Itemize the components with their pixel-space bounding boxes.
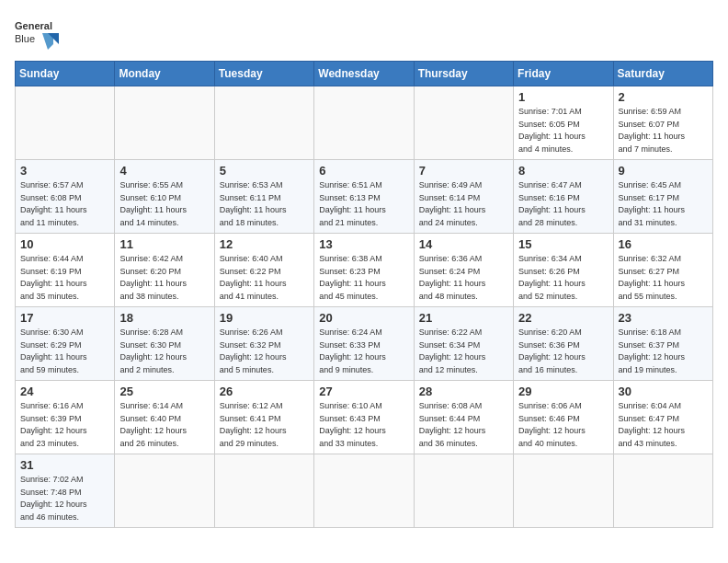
calendar-cell: 4Sunrise: 6:55 AM Sunset: 6:10 PM Daylig… [115,160,214,234]
day-number: 11 [119,237,209,251]
day-info: Sunrise: 6:38 AM Sunset: 6:23 PM Dayligh… [319,253,408,303]
day-number: 30 [619,385,708,398]
svg-text:General: General [15,20,52,31]
day-info: Sunrise: 7:01 AM Sunset: 6:05 PM Dayligh… [518,106,608,155]
day-info: Sunrise: 6:14 AM Sunset: 6:40 PM Dayligh… [119,400,209,450]
day-info: Sunrise: 6:45 AM Sunset: 6:17 PM Dayligh… [619,179,708,229]
day-number: 26 [220,385,309,398]
day-number: 19 [220,311,309,325]
day-info: Sunrise: 6:16 AM Sunset: 6:39 PM Dayligh… [20,400,109,450]
day-number: 5 [220,164,309,178]
calendar-cell: 21Sunrise: 6:22 AM Sunset: 6:34 PM Dayli… [414,307,513,381]
calendar-cell [414,86,513,160]
day-number: 6 [319,164,408,178]
weekday-header-thursday: Thursday [414,62,513,86]
calendar-cell [214,86,313,160]
day-number: 17 [20,311,109,325]
calendar-cell: 14Sunrise: 6:36 AM Sunset: 6:24 PM Dayli… [414,234,513,307]
day-info: Sunrise: 6:22 AM Sunset: 6:34 PM Dayligh… [419,327,508,376]
day-info: Sunrise: 6:40 AM Sunset: 6:22 PM Dayligh… [220,253,309,303]
day-info: Sunrise: 6:42 AM Sunset: 6:20 PM Dayligh… [119,253,209,303]
day-info: Sunrise: 6:08 AM Sunset: 6:44 PM Dayligh… [419,400,508,450]
day-number: 8 [518,164,608,178]
logo: General Blue [15,15,61,52]
day-number: 31 [20,458,109,472]
day-info: Sunrise: 6:59 AM Sunset: 6:07 PM Dayligh… [619,106,708,155]
calendar-cell [414,454,513,528]
calendar-cell: 5Sunrise: 6:53 AM Sunset: 6:11 PM Daylig… [214,160,313,234]
day-number: 13 [319,237,408,251]
day-number: 27 [319,385,408,398]
day-number: 1 [518,90,608,104]
day-info: Sunrise: 6:44 AM Sunset: 6:19 PM Dayligh… [20,253,109,303]
calendar-cell: 17Sunrise: 6:30 AM Sunset: 6:29 PM Dayli… [16,307,115,381]
day-number: 24 [20,385,109,398]
calendar-cell: 2Sunrise: 6:59 AM Sunset: 6:07 PM Daylig… [613,86,712,160]
day-number: 20 [319,311,408,325]
weekday-header-tuesday: Tuesday [214,62,313,86]
day-number: 23 [619,311,708,325]
calendar-cell: 15Sunrise: 6:34 AM Sunset: 6:26 PM Dayli… [514,234,613,307]
calendar-cell: 18Sunrise: 6:28 AM Sunset: 6:30 PM Dayli… [115,307,214,381]
calendar-cell [214,454,313,528]
day-info: Sunrise: 6:06 AM Sunset: 6:46 PM Dayligh… [518,400,608,450]
calendar-cell: 29Sunrise: 6:06 AM Sunset: 6:46 PM Dayli… [514,381,613,454]
logo-svg: General Blue [15,15,61,52]
calendar-header: SundayMondayTuesdayWednesdayThursdayFrid… [16,62,713,86]
day-number: 10 [20,237,109,251]
weekday-header-saturday: Saturday [613,62,712,86]
day-info: Sunrise: 6:55 AM Sunset: 6:10 PM Dayligh… [119,179,209,229]
day-info: Sunrise: 6:10 AM Sunset: 6:43 PM Dayligh… [319,400,408,450]
day-info: Sunrise: 6:57 AM Sunset: 6:08 PM Dayligh… [20,179,109,229]
day-number: 29 [518,385,608,398]
calendar-cell: 7Sunrise: 6:49 AM Sunset: 6:14 PM Daylig… [414,160,513,234]
day-number: 4 [119,164,209,178]
day-number: 28 [419,385,508,398]
calendar-body: 1Sunrise: 7:01 AM Sunset: 6:05 PM Daylig… [16,86,713,528]
day-info: Sunrise: 6:12 AM Sunset: 6:41 PM Dayligh… [220,400,309,450]
calendar-cell: 27Sunrise: 6:10 AM Sunset: 6:43 PM Dayli… [314,381,414,454]
day-number: 3 [20,164,109,178]
day-info: Sunrise: 6:47 AM Sunset: 6:16 PM Dayligh… [518,179,608,229]
calendar-cell: 26Sunrise: 6:12 AM Sunset: 6:41 PM Dayli… [214,381,313,454]
calendar-cell: 13Sunrise: 6:38 AM Sunset: 6:23 PM Dayli… [314,234,414,307]
calendar-cell: 6Sunrise: 6:51 AM Sunset: 6:13 PM Daylig… [314,160,414,234]
calendar-cell [314,454,414,528]
day-number: 15 [518,237,608,251]
day-number: 9 [619,164,708,178]
calendar-cell: 30Sunrise: 6:04 AM Sunset: 6:47 PM Dayli… [613,381,712,454]
day-info: Sunrise: 6:26 AM Sunset: 6:32 PM Dayligh… [220,327,309,376]
day-info: Sunrise: 6:51 AM Sunset: 6:13 PM Dayligh… [319,179,408,229]
day-number: 7 [419,164,508,178]
calendar-cell: 25Sunrise: 6:14 AM Sunset: 6:40 PM Dayli… [115,381,214,454]
calendar-cell: 20Sunrise: 6:24 AM Sunset: 6:33 PM Dayli… [314,307,414,381]
day-number: 2 [619,90,708,104]
day-info: Sunrise: 6:49 AM Sunset: 6:14 PM Dayligh… [419,179,508,229]
calendar-cell [613,454,712,528]
day-number: 25 [119,385,209,398]
calendar-cell: 12Sunrise: 6:40 AM Sunset: 6:22 PM Dayli… [214,234,313,307]
calendar-cell: 19Sunrise: 6:26 AM Sunset: 6:32 PM Dayli… [214,307,313,381]
calendar-cell: 31Sunrise: 7:02 AM Sunset: 7:48 PM Dayli… [16,454,115,528]
calendar-table: SundayMondayTuesdayWednesdayThursdayFrid… [15,61,713,528]
svg-text:Blue: Blue [15,33,35,44]
day-info: Sunrise: 6:04 AM Sunset: 6:47 PM Dayligh… [619,400,708,450]
calendar-cell [115,454,214,528]
calendar-cell: 16Sunrise: 6:32 AM Sunset: 6:27 PM Dayli… [613,234,712,307]
calendar-cell [115,86,214,160]
calendar-cell [314,86,414,160]
calendar-cell: 22Sunrise: 6:20 AM Sunset: 6:36 PM Dayli… [514,307,613,381]
calendar-cell: 23Sunrise: 6:18 AM Sunset: 6:37 PM Dayli… [613,307,712,381]
calendar-cell: 10Sunrise: 6:44 AM Sunset: 6:19 PM Dayli… [16,234,115,307]
day-number: 21 [419,311,508,325]
page-header: General Blue [15,15,713,52]
calendar-cell: 24Sunrise: 6:16 AM Sunset: 6:39 PM Dayli… [16,381,115,454]
day-info: Sunrise: 6:34 AM Sunset: 6:26 PM Dayligh… [518,253,608,303]
weekday-header-sunday: Sunday [16,62,115,86]
weekday-header-wednesday: Wednesday [314,62,414,86]
day-info: Sunrise: 6:36 AM Sunset: 6:24 PM Dayligh… [419,253,508,303]
calendar-cell [514,454,613,528]
day-info: Sunrise: 6:18 AM Sunset: 6:37 PM Dayligh… [619,327,708,376]
calendar-cell: 28Sunrise: 6:08 AM Sunset: 6:44 PM Dayli… [414,381,513,454]
calendar-cell: 1Sunrise: 7:01 AM Sunset: 6:05 PM Daylig… [514,86,613,160]
